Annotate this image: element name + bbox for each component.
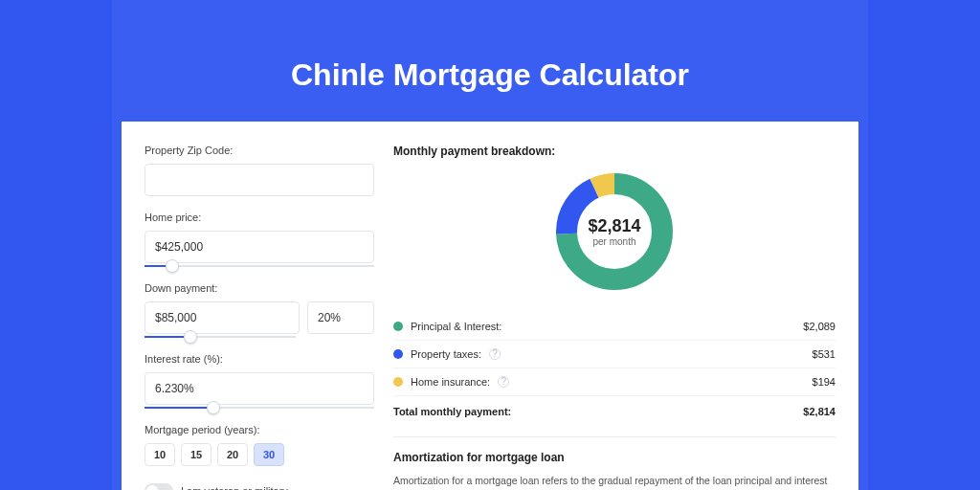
period-btn-10[interactable]: 10 (145, 443, 175, 466)
interest-rate-input[interactable] (145, 372, 374, 405)
total-value: $2,814 (803, 406, 835, 417)
zip-label: Property Zip Code: (145, 145, 374, 156)
breakdown-title: Monthly payment breakdown: (393, 145, 835, 158)
interest-rate-slider[interactable] (145, 407, 374, 409)
legend-label: Principal & Interest: (411, 321, 501, 332)
dot-icon (393, 322, 403, 331)
slider-thumb[interactable] (166, 259, 179, 273)
legend-value: $194 (813, 376, 835, 388)
field-mortgage-period: Mortgage period (years): 10 15 20 30 (145, 424, 374, 466)
veteran-toggle-row: I am veteran or military (145, 483, 374, 490)
info-icon[interactable]: ? (489, 348, 501, 360)
legend-row-insurance: Home insurance: ? $194 (393, 368, 835, 396)
down-payment-label: Down payment: (145, 282, 374, 294)
legend-label: Home insurance: (411, 376, 490, 388)
down-payment-slider[interactable] (145, 336, 296, 338)
home-price-slider[interactable] (145, 265, 374, 267)
down-payment-input[interactable] (145, 301, 300, 334)
legend-value: $531 (813, 348, 835, 360)
separator (393, 436, 835, 437)
donut-chart: $2,814 per month (393, 169, 835, 294)
inputs-column: Property Zip Code: Home price: Down paym… (145, 145, 374, 490)
field-zip: Property Zip Code: (145, 145, 374, 196)
legend-label: Property taxes: (411, 348, 481, 360)
zip-input[interactable] (145, 164, 374, 196)
veteran-label: I am veteran or military (181, 485, 288, 490)
period-btn-20[interactable]: 20 (217, 443, 248, 466)
home-price-input[interactable] (145, 231, 374, 263)
legend-row-taxes: Property taxes: ? $531 (393, 341, 835, 368)
breakdown-column: Monthly payment breakdown: $2,814 per mo… (393, 145, 835, 490)
field-interest-rate: Interest rate (%): (145, 353, 374, 409)
info-icon[interactable]: ? (498, 376, 509, 388)
legend-row-principal: Principal & Interest: $2,089 (393, 313, 835, 341)
period-btn-30[interactable]: 30 (254, 443, 284, 466)
home-price-label: Home price: (145, 212, 374, 223)
amortization-title: Amortization for mortgage loan (393, 451, 835, 464)
donut-value: $2,814 (588, 216, 640, 236)
total-row: Total monthly payment: $2,814 (393, 396, 835, 431)
period-btn-15[interactable]: 15 (181, 443, 212, 466)
down-payment-pct-input[interactable] (307, 301, 374, 334)
total-label: Total monthly payment: (393, 406, 511, 417)
field-home-price: Home price: (145, 212, 374, 267)
slider-thumb[interactable] (184, 330, 197, 344)
mortgage-period-label: Mortgage period (years): (145, 424, 374, 435)
period-button-group: 10 15 20 30 (145, 443, 374, 466)
interest-rate-label: Interest rate (%): (145, 353, 374, 365)
dot-icon (393, 377, 403, 387)
legend-value: $2,089 (803, 321, 835, 332)
page-title: Chinle Mortgage Calculator (112, 57, 868, 93)
veteran-toggle[interactable] (145, 483, 173, 490)
calculator-card: Property Zip Code: Home price: Down paym… (122, 122, 858, 490)
dot-icon (393, 349, 403, 359)
donut-sub: per month (592, 236, 635, 247)
amortization-text: Amortization for a mortgage loan refers … (393, 474, 835, 490)
field-down-payment: Down payment: (145, 282, 374, 338)
slider-thumb[interactable] (207, 401, 220, 414)
